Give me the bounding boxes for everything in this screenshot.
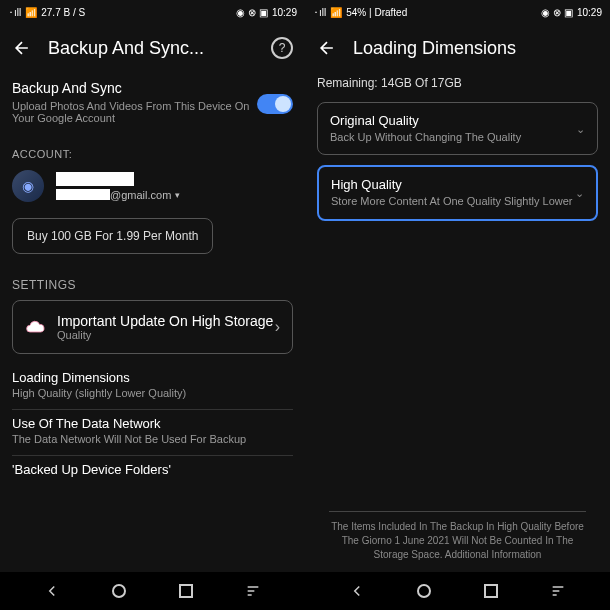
account-row[interactable]: ◉ @gmail.com▾ <box>12 170 293 202</box>
back-button[interactable] <box>317 38 337 58</box>
nav-home-icon[interactable] <box>104 576 134 606</box>
footer-disclaimer: The Items Included In The Backup In High… <box>305 520 610 562</box>
account-email: @gmail.com▾ <box>56 189 180 201</box>
cloud-icon <box>25 317 45 337</box>
nav-back-icon[interactable] <box>342 576 372 606</box>
page-title: Loading Dimensions <box>353 38 598 59</box>
status-icons: ◉ ⊗ ▣ <box>541 7 573 18</box>
settings-section-label: SETTINGS <box>12 278 293 292</box>
loading-dimensions-title[interactable]: Loading Dimensions <box>12 370 293 385</box>
backup-sync-desc: Upload Photos And Videos From This Devic… <box>12 100 257 124</box>
nav-home-icon[interactable] <box>409 576 439 606</box>
svg-point-0 <box>113 585 125 597</box>
status-bar: ⬝ıll 📶 27.7 B / S ◉ ⊗ ▣ 10:29 <box>0 0 305 24</box>
original-quality-title: Original Quality <box>330 113 585 128</box>
net-speed: 27.7 B / S <box>41 7 85 18</box>
original-quality-sub: Back Up Without Changing The Quality <box>330 130 585 144</box>
clock: 10:29 <box>272 7 297 18</box>
app-header: Backup And Sync... ? <box>0 24 305 72</box>
account-name-redacted <box>56 172 134 186</box>
high-quality-sub: Store More Content At One Quality Slight… <box>331 194 584 208</box>
buy-storage-button[interactable]: Buy 100 GB For 1.99 Per Month <box>12 218 213 254</box>
data-network-title[interactable]: Use Of The Data Network <box>12 416 293 431</box>
chevron-down-icon: ⌄ <box>576 122 585 135</box>
data-network-sub: The Data Network Will Not Be Used For Ba… <box>12 433 293 445</box>
backup-sync-heading: Backup And Sync <box>12 80 257 96</box>
account-section-label: ACCOUNT: <box>12 148 293 160</box>
chevron-down-icon: ⌄ <box>575 186 584 199</box>
nav-bar <box>0 572 305 610</box>
status-bar: ⬝ıll 📶 54% | Drafted ◉ ⊗ ▣ 10:29 <box>305 0 610 24</box>
svg-rect-1 <box>180 585 192 597</box>
loading-dimensions-sub: High Quality (slightly Lower Quality) <box>12 387 293 399</box>
nav-menu-icon[interactable] <box>238 576 268 606</box>
nav-bar <box>305 572 610 610</box>
storage-remaining: Remaining: 14GB Of 17GB <box>305 72 610 102</box>
high-quality-option[interactable]: High Quality Store More Content At One Q… <box>317 165 598 220</box>
nav-menu-icon[interactable] <box>543 576 573 606</box>
nav-recent-icon[interactable] <box>476 576 506 606</box>
wifi-icon: 📶 <box>330 7 342 18</box>
wifi-icon: 📶 <box>25 7 37 18</box>
nav-back-icon[interactable] <box>37 576 67 606</box>
avatar: ◉ <box>12 170 44 202</box>
high-quality-title: High Quality <box>331 177 584 192</box>
signal-icon: ⬝ıll <box>8 7 21 18</box>
chevron-right-icon: › <box>275 318 280 336</box>
back-button[interactable] <box>12 38 32 58</box>
help-icon[interactable]: ? <box>271 37 293 59</box>
backup-sync-toggle[interactable] <box>257 94 293 114</box>
page-title: Backup And Sync... <box>48 38 271 59</box>
nav-recent-icon[interactable] <box>171 576 201 606</box>
storage-update-title: Important Update On High Storage <box>57 313 275 329</box>
storage-update-card[interactable]: Important Update On High Storage Quality… <box>12 300 293 354</box>
svg-point-2 <box>418 585 430 597</box>
device-folders-title[interactable]: 'Backed Up Device Folders' <box>12 462 293 477</box>
divider <box>12 455 293 456</box>
app-header: Loading Dimensions <box>305 24 610 72</box>
status-icons: ◉ ⊗ ▣ <box>236 7 268 18</box>
divider <box>12 409 293 410</box>
svg-rect-3 <box>485 585 497 597</box>
storage-update-sub: Quality <box>57 329 275 341</box>
divider <box>329 511 586 512</box>
original-quality-option[interactable]: Original Quality Back Up Without Changin… <box>317 102 598 155</box>
clock: 10:29 <box>577 7 602 18</box>
net-label: 54% | Drafted <box>346 7 407 18</box>
signal-icon: ⬝ıll <box>313 7 326 18</box>
